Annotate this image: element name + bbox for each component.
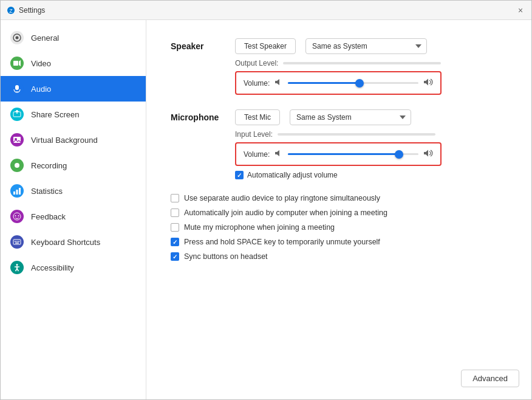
checkbox-row-separate-audio: Use separate audio device to play ringto… (171, 194, 507, 202)
output-level-label: Output Level: (235, 59, 278, 67)
speaker-mute-icon (275, 78, 283, 88)
microphone-dropdown[interactable]: Same as System (290, 109, 411, 125)
svg-rect-22 (18, 241, 19, 243)
svg-point-12 (15, 163, 19, 168)
svg-point-3 (16, 36, 19, 40)
settings-window: Z Settings × General Video (0, 0, 532, 400)
sidebar-item-statistics[interactable]: Statistics (1, 178, 146, 204)
share-screen-icon (10, 108, 24, 121)
speaker-volume-label: Volume: (244, 79, 270, 88)
microphone-header: Microphone Test Mic Same as System (171, 109, 507, 125)
mute-mic-checkbox[interactable] (171, 223, 179, 232)
auto-join-checkbox[interactable] (171, 209, 179, 217)
accessibility-icon (10, 261, 24, 274)
sidebar-item-virtual-background[interactable]: Virtual Background (1, 127, 146, 153)
advanced-button[interactable]: Advanced (461, 370, 519, 387)
svg-rect-21 (16, 241, 18, 243)
svg-rect-13 (13, 191, 15, 195)
speaker-loud-icon (423, 77, 433, 89)
speaker-slider-track (288, 82, 418, 84)
main-content: Speaker Test Speaker Same as System Outp… (146, 20, 531, 399)
microphone-volume-box: Volume: (235, 142, 442, 166)
audio-icon (10, 82, 24, 95)
svg-rect-10 (13, 137, 21, 143)
sidebar-label-share-screen: Share Screen (31, 110, 80, 119)
sidebar-item-keyboard-shortcuts[interactable]: Keyboard Shortcuts (1, 229, 146, 255)
auto-join-label[interactable]: Automatically join audio by computer whe… (184, 209, 387, 217)
virtual-background-icon (10, 133, 24, 147)
svg-text:Z: Z (9, 8, 13, 14)
svg-rect-15 (19, 188, 21, 195)
window-title: Settings (19, 6, 45, 15)
checkbox-row-space-key: Press and hold SPACE key to temporarily … (171, 238, 507, 246)
checkbox-row-mute-mic: Mute my microphone when joining a meetin… (171, 223, 507, 232)
svg-rect-20 (15, 241, 16, 243)
separate-audio-label[interactable]: Use separate audio device to play ringto… (184, 194, 380, 202)
sync-headset-checkbox[interactable] (171, 252, 179, 261)
space-key-checkbox[interactable] (171, 238, 179, 246)
speaker-section: Speaker Test Speaker Same as System Outp… (171, 38, 507, 95)
sidebar-item-video[interactable]: Video (1, 50, 146, 76)
svg-point-17 (15, 215, 16, 216)
auto-adjust-checkbox[interactable] (235, 171, 244, 179)
title-bar-left: Z Settings (7, 6, 45, 15)
sidebar-item-share-screen[interactable]: Share Screen (1, 102, 146, 127)
sidebar-item-general[interactable]: General (1, 25, 146, 50)
speaker-label: Speaker (171, 41, 225, 51)
mic-slider-fill (288, 153, 398, 155)
svg-marker-5 (19, 60, 21, 66)
speaker-dropdown[interactable]: Same as System (305, 38, 427, 54)
sidebar-label-feedback: Feedback (31, 212, 66, 221)
speaker-slider-thumb[interactable] (355, 79, 364, 88)
svg-rect-14 (16, 190, 18, 195)
sidebar-label-virtual-background: Virtual Background (31, 136, 98, 145)
checkbox-row-auto-join: Automatically join audio by computer whe… (171, 209, 507, 217)
mute-mic-label[interactable]: Mute my microphone when joining a meetin… (184, 223, 335, 232)
mic-slider-track (288, 153, 418, 155)
microphone-label: Microphone (171, 112, 225, 122)
recording-icon (10, 159, 24, 172)
sidebar-label-keyboard-shortcuts: Keyboard Shortcuts (31, 238, 100, 247)
speaker-slider-fill (288, 82, 360, 84)
app-icon: Z (7, 6, 15, 15)
microphone-volume-label: Volume: (244, 150, 270, 159)
separate-audio-checkbox[interactable] (171, 194, 179, 202)
mic-loud-icon (423, 148, 433, 160)
space-key-label[interactable]: Press and hold SPACE key to temporarily … (184, 238, 380, 246)
microphone-section: Microphone Test Mic Same as System Input… (171, 109, 507, 179)
sidebar-item-accessibility[interactable]: Accessibility (1, 255, 146, 280)
video-icon (10, 57, 24, 70)
svg-rect-6 (15, 85, 19, 90)
sidebar-item-feedback[interactable]: Feedback (1, 204, 146, 229)
output-level-row: Output Level: (235, 59, 507, 67)
mic-mute-icon (275, 149, 283, 159)
test-speaker-button[interactable]: Test Speaker (235, 38, 296, 54)
auto-adjust-label[interactable]: Automatically adjust volume (247, 171, 338, 179)
statistics-icon (10, 184, 24, 198)
sidebar: General Video Audio Share (1, 20, 146, 399)
mic-slider-thumb[interactable] (395, 150, 403, 159)
svg-rect-23 (15, 243, 19, 244)
sidebar-label-accessibility: Accessibility (31, 263, 74, 272)
feedback-icon (10, 210, 24, 223)
test-mic-button[interactable]: Test Mic (235, 109, 280, 125)
output-level-bar (283, 62, 441, 64)
sidebar-item-recording[interactable]: Recording (1, 153, 146, 178)
sidebar-label-audio: Audio (31, 84, 51, 94)
sidebar-label-statistics: Statistics (31, 187, 63, 196)
sync-headset-label[interactable]: Sync buttons on headset (184, 252, 268, 261)
title-bar: Z Settings × (1, 1, 531, 20)
speaker-volume-slider[interactable] (288, 78, 418, 88)
svg-rect-4 (13, 61, 18, 66)
content-area: General Video Audio Share (1, 20, 531, 399)
general-icon (10, 31, 24, 44)
sidebar-item-audio[interactable]: Audio (1, 76, 146, 102)
keyboard-shortcuts-icon (10, 235, 24, 249)
input-level-row: Input Level: (235, 130, 507, 139)
input-level-label: Input Level: (235, 130, 273, 139)
auto-adjust-row: Automatically adjust volume (235, 171, 507, 179)
input-level-bar (278, 133, 435, 136)
microphone-volume-slider[interactable] (288, 150, 418, 159)
close-button[interactable]: × (516, 5, 525, 15)
sidebar-label-recording: Recording (31, 161, 67, 170)
